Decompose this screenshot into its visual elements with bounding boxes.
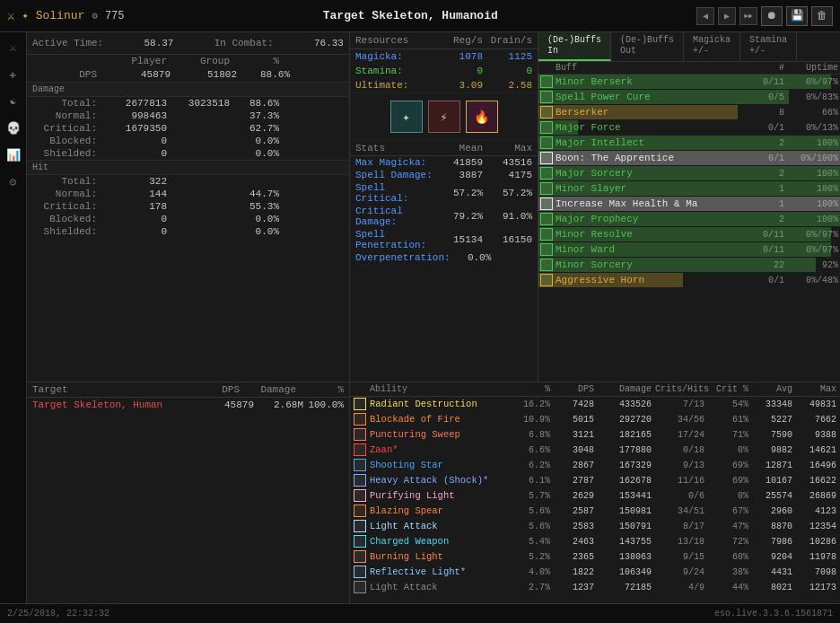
buff-name: Spell Power Cure bbox=[556, 92, 753, 102]
timestamp: 2/25/2018, 22:32:32 bbox=[7, 609, 109, 619]
max-magicka-stat-label: Max Magicka: bbox=[355, 157, 433, 168]
stats-column-headers: Player Group % bbox=[27, 55, 349, 67]
ability-row[interactable]: Heavy Attack (Shock)*6.1%278716267811/16… bbox=[350, 473, 840, 488]
buff-name: Minor Berserk bbox=[556, 76, 753, 87]
ability-crits: 9/15 bbox=[655, 552, 704, 562]
ability-row[interactable]: Zaan*6.6%30481778800/180%988214621 bbox=[350, 443, 840, 458]
buff-count: 0/1 bbox=[753, 276, 784, 285]
buff-icon bbox=[540, 259, 553, 271]
buff-row: Major Intellect2100% bbox=[538, 136, 840, 151]
stats-means-header: Stats Mean Max bbox=[350, 141, 538, 156]
ability-icon-3[interactable]: 🔥 bbox=[466, 101, 498, 133]
ability-pct: 6.2% bbox=[510, 461, 550, 470]
ability-max: 12173 bbox=[796, 583, 836, 592]
ability-row[interactable]: Burning Light5.2%23651380639/1560%920411… bbox=[350, 549, 840, 565]
ability-icon-sm bbox=[354, 505, 366, 517]
abilities-header: Ability % DPS Damage Crits/Hits Crit % A… bbox=[350, 382, 840, 397]
ability-row[interactable]: Blazing Spear5.6%258715098134/5167%29604… bbox=[350, 504, 840, 519]
ability-crits: 4/9 bbox=[655, 583, 704, 592]
nav-prev-button[interactable]: ◀ bbox=[696, 7, 714, 25]
hit-shielded: 0 bbox=[104, 226, 167, 237]
ability-max: 16622 bbox=[796, 476, 836, 486]
ability-row[interactable]: Puncturing Sweep6.8%312118216517/2471%75… bbox=[350, 427, 840, 443]
target-skeleton-row[interactable]: Target Skeleton, Human 45879 2.68M 100.0… bbox=[27, 398, 349, 412]
buff-name: Major Prophecy bbox=[556, 214, 753, 224]
sidebar-icon-dps[interactable]: ⚔ bbox=[4, 38, 23, 57]
ability-name: Light Attack bbox=[370, 582, 506, 592]
ability-damage: 177880 bbox=[598, 445, 652, 455]
ability-dps: 3048 bbox=[554, 445, 594, 455]
buff-icon bbox=[540, 91, 553, 103]
ability-row[interactable]: Radiant Destruction16.2%74284335267/1354… bbox=[350, 397, 840, 412]
ability-row[interactable]: Reflective Light*4.0%18221063499/2438%44… bbox=[350, 565, 840, 580]
ability-damage: 150791 bbox=[598, 522, 652, 531]
tab-magicka[interactable]: Magicka+/- bbox=[684, 32, 740, 61]
ability-avg: 8870 bbox=[752, 522, 792, 531]
buff-name: Increase Max Health & Ma bbox=[556, 198, 753, 209]
total-damage-row: Total: 2677813 3023518 88.6% bbox=[27, 97, 349, 110]
buff-count: 0/5 bbox=[753, 92, 784, 102]
sidebar-icon-buffs[interactable]: ☯ bbox=[4, 92, 23, 111]
ability-row[interactable]: Light Attack2.7%1237721854/944%802112173 bbox=[350, 580, 840, 595]
overpenetration-mean: 0.0% bbox=[451, 252, 492, 263]
nav-next-button[interactable]: ▶ bbox=[718, 7, 736, 25]
buff-column-headers: Buff # Uptime bbox=[538, 62, 840, 75]
hit-section-header: Hit bbox=[27, 160, 349, 175]
ability-crits: 34/51 bbox=[655, 506, 704, 516]
ability-crits: 0/18 bbox=[655, 445, 704, 455]
ability-max: 9388 bbox=[796, 430, 836, 440]
overpenetration-stat-row: Overpenetration: 0.0% bbox=[350, 251, 538, 264]
delete-button[interactable]: 🗑 bbox=[811, 6, 833, 26]
player-name: Solinur bbox=[36, 9, 85, 22]
total-label: Total: bbox=[32, 98, 104, 109]
record-button[interactable]: ⏺ bbox=[761, 6, 783, 26]
ability-row[interactable]: Charged Weapon5.4%246314375513/1872%7986… bbox=[350, 534, 840, 549]
target-pct: 100.0% bbox=[303, 399, 344, 410]
ability-max: 26869 bbox=[796, 491, 836, 501]
target-col-pct: % bbox=[303, 384, 344, 395]
buff-row: Major Prophecy2100% bbox=[538, 212, 840, 227]
sidebar-icon-heal[interactable]: ✚ bbox=[4, 65, 23, 84]
ability-row[interactable]: Shooting Star6.2%28671673299/1369%128711… bbox=[350, 458, 840, 473]
buff-name: Boon: The Apprentice bbox=[556, 153, 753, 163]
sidebar-icon-active[interactable]: 📊 bbox=[4, 145, 23, 165]
dps-group: 51802 bbox=[174, 69, 237, 80]
save-button[interactable]: 💾 bbox=[786, 6, 808, 26]
in-combat-value: 76.33 bbox=[314, 38, 344, 48]
critical-player: 1679350 bbox=[104, 123, 167, 134]
hit-shielded-pct: 0.0% bbox=[230, 226, 279, 237]
sidebar-icon-death[interactable]: 💀 bbox=[4, 118, 23, 138]
blocked-player: 0 bbox=[104, 136, 167, 146]
ability-row[interactable]: Purifying Light5.7%26291534410/60%255742… bbox=[350, 488, 840, 504]
ability-max: 14621 bbox=[796, 445, 836, 455]
abilities-list: Radiant Destruction16.2%74284335267/1354… bbox=[350, 397, 840, 595]
buff-uptime: 0%/97% bbox=[784, 77, 838, 87]
ability-icon-2[interactable]: ⚡ bbox=[428, 101, 460, 133]
ability-icon-1[interactable]: ✦ bbox=[390, 101, 423, 133]
stamina-reg: 0 bbox=[433, 66, 483, 76]
stats-means-panel: Stats Mean Max Max Magicka: 41859 43516 … bbox=[350, 141, 538, 382]
ability-row[interactable]: Light Attack5.6%25831507918/1747%8870123… bbox=[350, 519, 840, 534]
nav-skip-button[interactable]: ▶▶ bbox=[739, 7, 757, 25]
tab-debuffs-out[interactable]: (De-)BuffsOut bbox=[611, 32, 684, 61]
spell-damage-max: 4175 bbox=[483, 170, 532, 180]
buff-icon bbox=[540, 213, 553, 225]
ability-critpct: 0% bbox=[708, 445, 748, 455]
tab-stamina[interactable]: Stamina+/- bbox=[740, 32, 797, 61]
buff-col-name: Buff bbox=[540, 63, 753, 73]
buff-icon bbox=[540, 274, 553, 286]
ability-crits: 7/13 bbox=[655, 399, 704, 409]
ability-avg: 9882 bbox=[752, 445, 792, 455]
ability-avg: 7986 bbox=[752, 537, 792, 547]
tab-debuffs-in[interactable]: (De-)BuffsIn bbox=[538, 32, 611, 61]
ability-col-dps: DPS bbox=[554, 384, 594, 394]
magicka-drain: 1125 bbox=[483, 51, 532, 62]
stamina-label: Stamina: bbox=[355, 66, 433, 76]
ability-avg: 8021 bbox=[752, 583, 792, 592]
ability-pct: 5.6% bbox=[510, 506, 550, 516]
ability-row[interactable]: Blockade of Fire10.9%501529272034/5661%5… bbox=[350, 412, 840, 427]
normal-label: Normal: bbox=[32, 110, 104, 121]
ultimate-drain: 2.58 bbox=[483, 80, 532, 91]
spell-pen-stat-row: Spell Penetration: 15134 16150 bbox=[350, 228, 538, 251]
sidebar-icon-settings[interactable]: ⚙ bbox=[4, 172, 23, 192]
